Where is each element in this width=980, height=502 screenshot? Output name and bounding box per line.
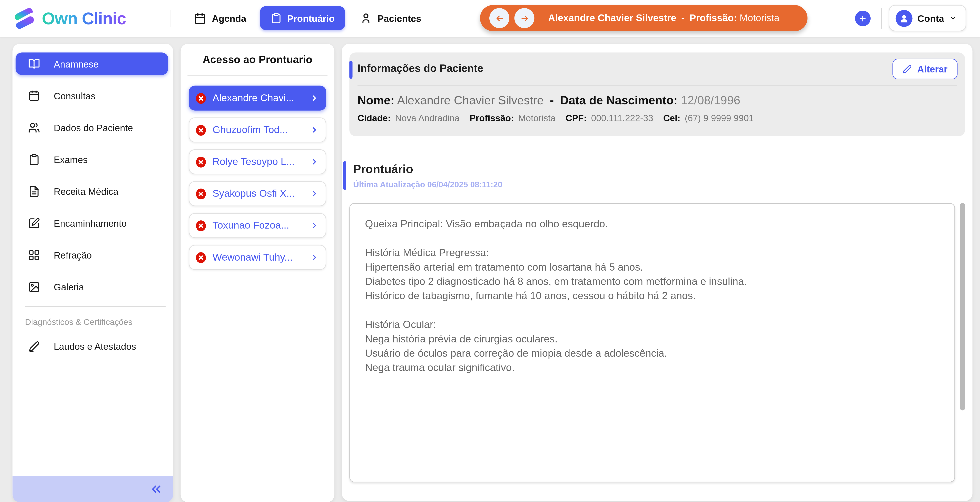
cel-value: (67) 9 9999 9901 (685, 113, 754, 123)
nav-pacientes[interactable]: Pacientes (360, 0, 421, 37)
patient-pill-syakopus[interactable]: Syakopus Osfi X... (189, 181, 326, 206)
main-content: Informações do Paciente Alterar Nome: Al… (342, 44, 972, 501)
sidebar-item-label: Laudos e Atestados (54, 341, 136, 351)
sidebar-item-laudos-e-atestados[interactable]: Laudos e Atestados (16, 335, 168, 357)
banner-separator: - (681, 13, 684, 23)
sidebar-item-label: Dados do Paciente (54, 122, 133, 133)
nav-pacientes-label: Pacientes (377, 13, 421, 24)
record-last-update: Última Atualização 06/04/2025 08:11:20 (353, 180, 503, 189)
banner-patient-name: Alexandre Chavier Silvestre (548, 13, 676, 23)
patient-pill-toxunao[interactable]: Toxunao Fozoa... (189, 213, 326, 238)
chevron-right-icon (310, 221, 319, 230)
cpf-value: 000.111.222-33 (591, 113, 653, 123)
sidebar-item-label: Encaminhamento (54, 218, 127, 228)
nav-prontuario[interactable]: Prontuário (260, 6, 345, 30)
remove-patient-icon[interactable] (195, 91, 207, 105)
edit-patient-button[interactable]: Alterar (892, 58, 957, 79)
chevron-right-icon (310, 253, 319, 262)
record-accent-bar (343, 161, 346, 190)
next-patient-button[interactable] (514, 8, 534, 28)
pencil-icon (902, 64, 912, 73)
sidebar-item-label: Refração (54, 249, 92, 260)
banner-profession-value: Motorista (740, 13, 780, 23)
sidebar-item-galeria[interactable]: Galeria (16, 275, 168, 298)
previous-patient-button[interactable] (489, 8, 509, 28)
sidebar-item-label: Galeria (54, 281, 84, 292)
clipboard-icon (28, 154, 40, 165)
patient-info-card: Informações do Paciente Alterar Nome: Al… (349, 52, 965, 136)
remove-patient-icon[interactable] (195, 219, 207, 232)
pencil-line-icon (28, 340, 40, 352)
edit-button-label: Alterar (917, 64, 948, 74)
cidade-label: Cidade: (358, 113, 391, 123)
banner-patient-info: Alexandre Chavier Silvestre-Profissão: M… (548, 13, 780, 24)
sidebar-item-encaminhamento[interactable]: Encaminhamento (16, 212, 168, 234)
patient-name: Wewonawi Tuhy... (213, 252, 304, 263)
active-patient-banner: Alexandre Chavier Silvestre-Profissão: M… (480, 5, 808, 31)
profissao-label: Profissão: (469, 113, 514, 123)
sidebar-item-label: Exames (54, 154, 88, 165)
brand-logo-icon (13, 7, 36, 30)
patient-name: Alexandre Chavi... (213, 92, 304, 104)
sidebar-item-receita-medica[interactable]: Receita Médica (16, 180, 168, 202)
record-textarea[interactable]: Queixa Principal: Visão embaçada no olho… (349, 203, 955, 482)
top-bar: Own Clinic Agenda Prontuário (0, 0, 980, 37)
sidebar-item-consultas[interactable]: Consultas (16, 84, 168, 107)
pen-square-icon (28, 217, 40, 229)
brand-logo[interactable]: Own Clinic (13, 6, 126, 31)
sidebar-item-refracao[interactable]: Refração (16, 244, 168, 266)
remove-patient-icon[interactable] (195, 251, 207, 264)
patient-pill-wewonawi[interactable]: Wewonawi Tuhy... (189, 245, 326, 270)
grid-icon (28, 249, 40, 261)
account-label: Conta (918, 13, 944, 24)
header-divider (171, 10, 171, 27)
remove-patient-icon[interactable] (195, 187, 207, 200)
info-divider (358, 85, 957, 86)
user-icon (360, 13, 372, 24)
account-menu-button[interactable]: Conta (889, 5, 966, 31)
sidebar-item-label: Anamnese (54, 58, 99, 69)
patient-access-panel: Acesso ao Prontuario Alexandre Chavi... … (181, 44, 334, 502)
sidebar-item-label: Consultas (54, 90, 95, 101)
nav-agenda[interactable]: Agenda (194, 0, 246, 37)
chevron-down-icon (949, 14, 956, 22)
account-avatar-icon (896, 10, 913, 27)
sidebar-item-anamnese[interactable]: Anamnese (16, 52, 168, 75)
remove-patient-icon[interactable] (195, 155, 207, 168)
chevron-right-icon (310, 126, 319, 134)
sidebar-collapse-button[interactable] (13, 476, 173, 502)
sidebar-item-dados-do-paciente[interactable]: Dados do Paciente (16, 116, 168, 138)
nascimento-label: Data de Nascimento: (560, 94, 678, 107)
patient-name: Rolye Tesoypo L... (213, 156, 304, 167)
sidebar-item-exames[interactable]: Exames (16, 148, 168, 171)
patient-pill-ghuzuofim[interactable]: Ghuzuofim Tod... (189, 118, 326, 143)
cpf-label: CPF: (566, 113, 587, 123)
sidebar-item-label: Receita Médica (54, 186, 118, 197)
add-button[interactable]: + (855, 11, 871, 26)
calendar-icon (28, 90, 40, 102)
calendar-icon (194, 12, 206, 25)
profissao-value: Motorista (519, 113, 556, 123)
clipboard-icon (270, 13, 282, 24)
image-icon (28, 281, 40, 292)
users-icon (28, 121, 40, 133)
header-divider-2 (881, 8, 882, 29)
chevron-right-icon (310, 189, 319, 198)
cel-label: Cel: (663, 113, 681, 123)
patient-pill-alexandre[interactable]: Alexandre Chavi... (189, 86, 326, 110)
remove-patient-icon[interactable] (195, 124, 207, 137)
patient-name: Toxunao Fozoa... (213, 220, 304, 231)
patient-name: Syakopus Osfi X... (213, 188, 304, 199)
record-scrollbar[interactable] (960, 203, 965, 410)
nav-prontuario-label: Prontuário (287, 13, 335, 24)
plus-icon: + (859, 13, 866, 24)
patient-name: Ghuzuofim Tod... (213, 124, 304, 135)
chevron-right-icon (310, 94, 319, 102)
patient-access-title: Acesso ao Prontuario (181, 54, 334, 66)
nav-agenda-label: Agenda (212, 13, 246, 24)
nome-value: Alexandre Chavier Silvestre (397, 94, 544, 107)
book-open-icon (28, 58, 40, 70)
patient-info-row-2: Cidade:Nova AndradinaProfissão:Motorista… (358, 113, 957, 123)
info-accent-bar (349, 60, 352, 79)
patient-pill-rolye[interactable]: Rolye Tesoypo L... (189, 149, 326, 174)
